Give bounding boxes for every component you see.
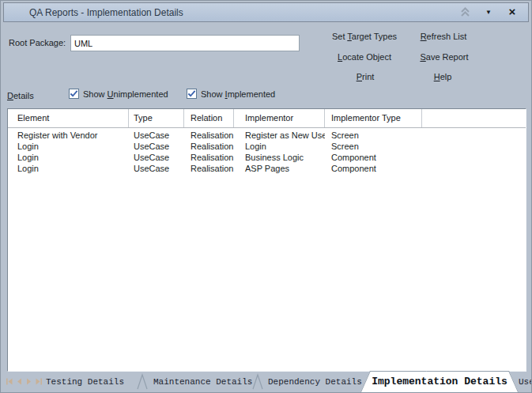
tab-label: Implementation Details [360,376,519,387]
tab-scroll-nav [6,378,45,385]
table-cell: Login [8,152,129,163]
table-row[interactable]: LoginUseCaseRealisationASP PagesComponen… [8,163,526,174]
close-button[interactable]: × [506,6,519,19]
nav-next-button[interactable] [25,378,32,385]
column-header-relation[interactable]: Relation [184,109,234,127]
refresh-list-link[interactable]: Refresh List [421,32,467,41]
table-cell: Register with Vendor [8,130,129,141]
table-cell: Realisation [184,141,234,152]
table-cell: Login [8,163,129,174]
titlebar: QA Reports - Implementation Details ▼ × [3,2,529,22]
table-cell: Screen [325,141,422,152]
table-cell: Component [325,152,422,163]
tab-implementation-details[interactable]: Implementation Details [360,371,519,392]
help-link[interactable]: Help [434,72,452,81]
label-text: rint [362,72,374,81]
table-cell: Register as New User [234,130,325,141]
label-text: nimplemented [114,89,168,99]
label-text: arget Types [352,32,397,41]
mnemonic-char: R [421,32,427,41]
qa-reports-window: QA Reports - Implementation Details ▼ × … [0,0,532,393]
tab-testing-details[interactable]: Testing Details [46,377,124,387]
table-row[interactable]: Register with VendorUseCaseRealisationRe… [8,130,526,141]
details-table: ElementTypeRelationImplementorImplemento… [7,108,526,372]
label-text: efresh List [427,32,467,41]
checkmark-icon [70,89,78,98]
nav-last-button[interactable] [35,378,43,385]
table-cell: ASP Pages [234,163,325,174]
show-unimplemented-checkbox[interactable] [69,89,79,99]
label-text: etails [13,91,34,100]
locate-object-link[interactable]: Locate Object [338,52,391,62]
table-cell: Business Logic [234,152,325,163]
tab-use-c[interactable]: Use C [519,377,532,387]
column-header-implementor[interactable]: Implementor [234,109,325,127]
table-cell: UseCase [129,130,184,141]
print-link[interactable]: Print [357,72,375,81]
table-cell: Screen [325,130,422,141]
column-header-filler [422,109,526,127]
table-header: ElementTypeRelationImplementorImplemento… [8,109,526,128]
show-implemented-checkbox[interactable] [187,89,197,99]
column-header-element[interactable]: Element [8,109,129,127]
tab-dependency-details[interactable]: Dependency Details [268,377,362,387]
table-cell: UseCase [129,163,184,174]
window-menu-button[interactable]: ▼ [482,6,495,19]
column-header-implementor-type[interactable]: Implementor Type [325,109,422,127]
mnemonic-char: D [7,91,13,100]
chevron-double-up-icon [460,7,470,17]
table-cell: UseCase [129,152,184,163]
collapse-button[interactable] [458,6,471,19]
checkmark-icon [187,89,196,98]
titlebar-icons: ▼ × [458,6,528,19]
table-row[interactable]: LoginUseCaseRealisationBusiness LogicCom… [8,152,526,163]
label-text: ave Report [426,52,469,62]
table-cell: Component [325,163,422,174]
mnemonic-char: H [434,72,440,81]
label-text: ocate Object [342,52,391,62]
table-cell: Realisation [184,130,234,141]
label-text: mplemented [228,89,276,99]
table-cell: Login [8,141,129,152]
show-unimplemented-label[interactable]: Show Unimplemented [83,89,168,99]
root-package-label: Root Package: [9,38,66,47]
label-text: Show [201,89,225,99]
tab-bar: Testing DetailsMaintenance DetailsDepend… [1,371,531,392]
tab-divider [252,373,263,390]
label-text: elp [440,72,452,81]
nav-previous-button[interactable] [16,378,23,385]
label-text: Set [332,32,347,41]
mnemonic-char: U [108,89,114,99]
nav-first-button[interactable] [6,378,13,385]
show-implemented-label[interactable]: Show Implemented [201,89,275,99]
table-cell: UseCase [129,141,184,152]
label-text: Show [83,89,108,99]
save-report-link[interactable]: Save Report [420,52,468,62]
triangle-down-icon: ▼ [485,9,492,16]
set-target-types-link[interactable]: Set Target Types [332,32,397,41]
table-row[interactable]: LoginUseCaseRealisationLoginScreen [8,141,526,152]
window-title: QA Reports - Implementation Details [4,7,183,18]
column-header-type[interactable]: Type [129,109,184,127]
root-package-input[interactable] [70,35,300,51]
tab-divider [137,373,148,390]
tab-maintenance-details[interactable]: Maintenance Details [153,377,252,387]
table-cell: Login [234,141,325,152]
close-icon: × [509,6,516,17]
table-body: Register with VendorUseCaseRealisationRe… [8,128,526,174]
table-cell: Realisation [184,163,234,174]
table-cell: Realisation [184,152,234,163]
details-label: Details [7,91,34,100]
